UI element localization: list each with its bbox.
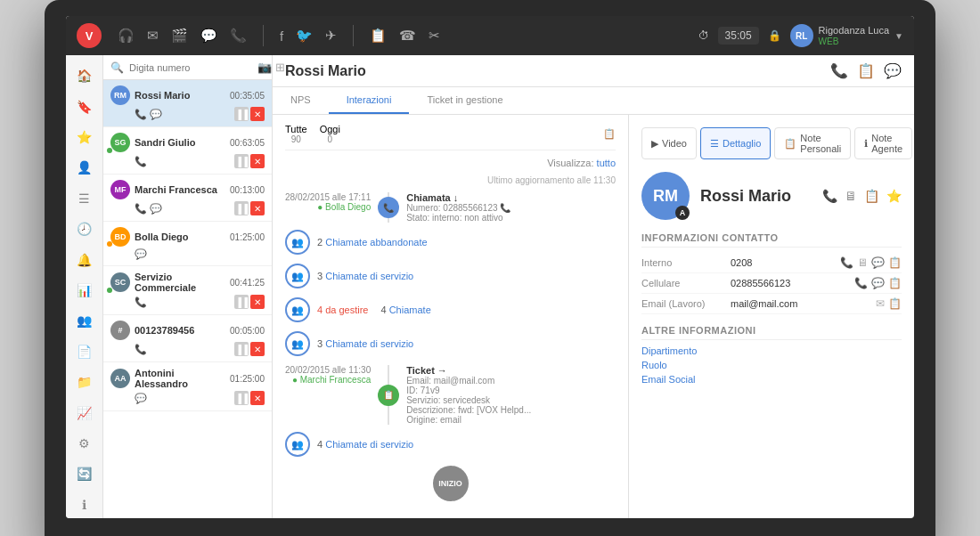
chiamate-link[interactable]: Chiamate abbandonate: [325, 237, 427, 248]
sidebar-gear[interactable]: ⚙: [70, 430, 99, 457]
sidebar-users[interactable]: 👥: [70, 307, 99, 334]
copy-icon2[interactable]: 📋: [888, 277, 902, 289]
servizio-link3[interactable]: Chiamate di servizio: [325, 439, 413, 450]
chat-action-icon[interactable]: 💬: [884, 62, 902, 79]
phone-in-icon[interactable]: ☎: [399, 28, 416, 44]
contact-item[interactable]: RM Rossi Mario 00:35:05 📞 💬 ▐▐: [103, 80, 272, 127]
screen-action[interactable]: 🖥: [845, 189, 857, 203]
interactions-body: Tutte 90 Oggi 0 📋: [273, 115, 914, 518]
sidebar-menu[interactable]: ☰: [70, 185, 99, 212]
sidebar-info[interactable]: ℹ: [70, 491, 99, 518]
sidebar-home[interactable]: 🏠: [70, 62, 99, 89]
copy-action[interactable]: 📋: [864, 189, 879, 203]
sub-tab-all[interactable]: Tutte 90: [285, 124, 307, 144]
contact-name: Servizio Commerciale: [135, 272, 230, 293]
copy-icon[interactable]: 📋: [888, 256, 902, 269]
other-ruolo[interactable]: Ruolo: [641, 360, 902, 370]
phone-out-icon[interactable]: 📞: [230, 28, 247, 44]
video-icon[interactable]: 🎬: [171, 28, 188, 44]
sidebar-bookmark[interactable]: 🔖: [70, 93, 99, 119]
tab-interazioni[interactable]: Interazioni: [329, 87, 410, 114]
scissors-icon[interactable]: ✂: [429, 28, 440, 44]
contact-actions: ▐▐ ✕: [234, 201, 265, 215]
hold-button[interactable]: ▐▐: [234, 107, 249, 121]
end-button[interactable]: ✕: [250, 107, 265, 121]
end-button[interactable]: ✕: [250, 342, 265, 356]
twitter-icon[interactable]: 🐦: [296, 28, 313, 44]
entry-title: Chiamata ↓: [406, 192, 458, 203]
clipboard-icon[interactable]: 📋: [370, 28, 387, 44]
end-button[interactable]: ✕: [250, 391, 265, 405]
hold-button[interactable]: ▐▐: [234, 295, 249, 309]
phone-action-icon[interactable]: 📞: [830, 62, 848, 79]
headset-icon[interactable]: 🎧: [118, 28, 135, 44]
email-icon[interactable]: ✉: [147, 28, 159, 44]
star-action[interactable]: ⭐: [886, 189, 902, 203]
sidebar-doc[interactable]: 📄: [70, 338, 99, 365]
contact-item[interactable]: AA Antonini Alessandro 01:25:00 💬 ▐▐: [103, 362, 272, 411]
phone-action[interactable]: 📞: [822, 189, 837, 203]
contact-item[interactable]: # 00123789456 00:05:00 📞 ▐▐ ✕: [103, 315, 272, 362]
sidebar-bar-chart[interactable]: 📈: [70, 399, 99, 426]
user-info[interactable]: RL Rigodanza Luca WEB ▼: [790, 24, 903, 47]
contact-item[interactable]: SC Servizio Commerciale 00:41:25 📞 ▐▐: [103, 266, 272, 315]
tab-video[interactable]: ▶ Video: [641, 127, 697, 159]
info-value: mail@mail.com: [731, 298, 876, 309]
end-button[interactable]: ✕: [250, 201, 265, 215]
entry-number: Numero: 02885566123 📞: [406, 203, 616, 213]
tab-ticket[interactable]: Ticket in gestione: [409, 87, 520, 114]
avatar: MF: [110, 180, 130, 199]
tab-dettaglio-label: Dettaglio: [723, 138, 761, 149]
sidebar-refresh[interactable]: 🔄: [70, 460, 99, 487]
sidebar-file[interactable]: 📁: [70, 369, 99, 395]
contact-item[interactable]: SG Sandri Giulio 00:63:05 📞 ▐▐ ✕: [103, 127, 272, 175]
contact-item[interactable]: BD Bolla Diego 01:25:00 💬: [103, 222, 272, 266]
hold-button[interactable]: ▐▐: [234, 342, 249, 356]
end-button[interactable]: ✕: [250, 295, 265, 309]
other-email-social[interactable]: Email Social: [641, 374, 902, 385]
call-icon[interactable]: 📞: [840, 256, 853, 269]
chat-icon[interactable]: 💬: [200, 28, 217, 44]
servizio-link[interactable]: Chiamate di servizio: [325, 271, 413, 281]
sidebar-bell[interactable]: 🔔: [70, 246, 99, 272]
sidebar-user[interactable]: 👤: [70, 154, 99, 181]
screen-icon[interactable]: 🖥: [857, 256, 868, 269]
contact-name: Sandri Giulio: [135, 137, 195, 148]
hold-button[interactable]: ▐▐: [234, 201, 249, 215]
tab-nps[interactable]: NPS: [273, 87, 329, 114]
end-button[interactable]: ✕: [250, 154, 265, 168]
phone-icon: 📞: [135, 344, 147, 355]
call-icon2[interactable]: 📞: [854, 277, 868, 289]
sidebar-history[interactable]: 🕗: [70, 215, 99, 242]
copy-icon3[interactable]: 📋: [888, 297, 902, 310]
detail-tabs: ▶ Video ☰ Dettaglio 📋 Note Personali: [641, 127, 902, 159]
chiamate-link2[interactable]: Chiamate: [389, 305, 431, 315]
search-input[interactable]: [129, 62, 252, 73]
contact-item[interactable]: MF Marchi Francesca 00:13:00 📞 💬 ▐: [103, 175, 272, 222]
chat-icon[interactable]: 💬: [871, 256, 885, 269]
camera-icon[interactable]: 📷: [257, 61, 272, 74]
telegram-icon[interactable]: ✈: [325, 28, 337, 44]
hold-button[interactable]: ▐▐: [234, 154, 249, 168]
sidebar-chart[interactable]: 📊: [70, 277, 99, 304]
agent-notes-icon: ℹ: [864, 138, 868, 150]
today-number: 0: [328, 134, 333, 144]
servizio-link2[interactable]: Chiamate di servizio: [325, 338, 413, 349]
detail-icon: ☰: [710, 138, 719, 150]
chat-icon2[interactable]: 💬: [871, 277, 885, 289]
all-count: Tutte: [285, 124, 307, 134]
sidebar-star[interactable]: ⭐: [70, 124, 99, 150]
other-dipartimento[interactable]: Dipartimento: [641, 345, 902, 356]
contact-type-icons: 💬: [135, 393, 147, 404]
other-info-title: ALTRE INFORMAZIONI: [641, 325, 902, 340]
tab-note-agente[interactable]: ℹ Note Agente: [854, 127, 912, 159]
filter-link[interactable]: tutto: [597, 158, 616, 168]
tab-note-personali[interactable]: 📋 Note Personali: [774, 127, 851, 159]
contacts-search-bar: 🔍 📷 ⊞: [103, 55, 272, 80]
facebook-icon[interactable]: f: [280, 28, 283, 44]
clipboard-action-icon[interactable]: 📋: [857, 62, 875, 79]
sub-tab-today[interactable]: Oggi 0: [320, 124, 340, 144]
hold-button[interactable]: ▐▐: [234, 391, 249, 405]
tab-dettaglio[interactable]: ☰ Dettaglio: [700, 127, 771, 159]
email-icon[interactable]: ✉: [876, 297, 885, 310]
